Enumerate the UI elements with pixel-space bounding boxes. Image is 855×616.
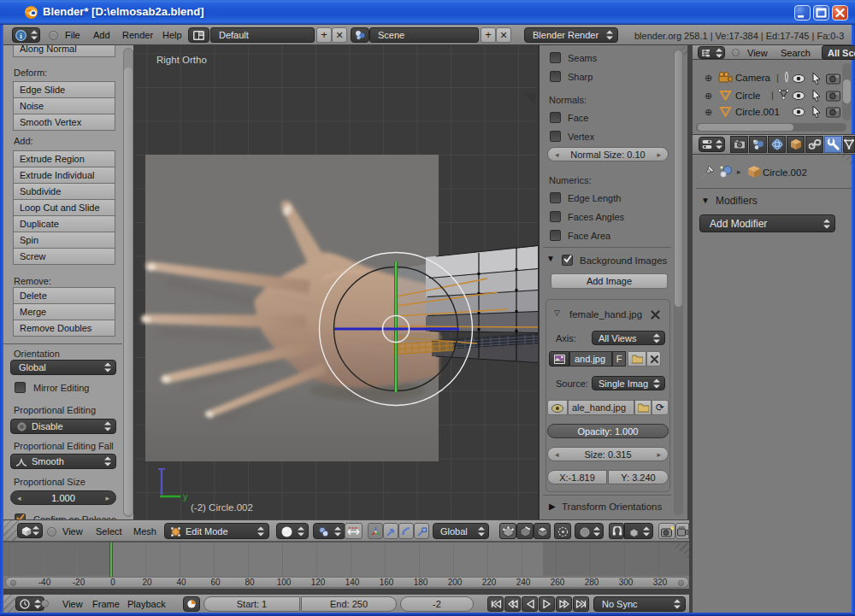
svg-text:(-2) Circle.002: (-2) Circle.002 [191, 502, 253, 513]
svg-text:y: y [183, 491, 188, 502]
svg-text:Right Ortho: Right Ortho [156, 55, 207, 65]
